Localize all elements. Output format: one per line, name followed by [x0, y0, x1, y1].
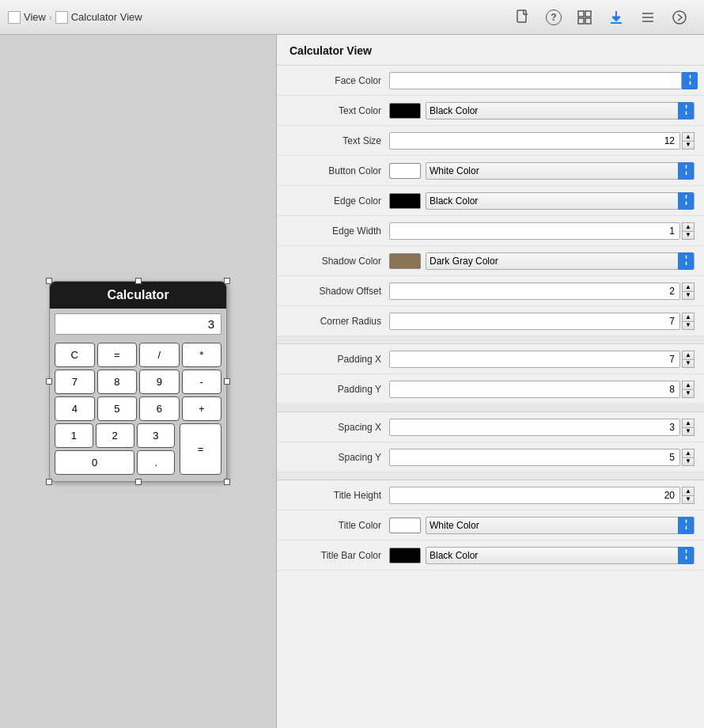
calc-btn-sub[interactable]: - — [182, 370, 222, 394]
handle-mid-right[interactable] — [224, 378, 230, 385]
corner-radius-input[interactable]: 7 — [389, 313, 680, 330]
calc-btn-5[interactable]: 5 — [97, 396, 138, 421]
shadow-color-dropdown[interactable]: Dark Gray Color — [426, 252, 695, 270]
handle-top-right[interactable] — [224, 278, 230, 284]
title-height-down[interactable]: ▼ — [682, 495, 695, 504]
corner-radius-up[interactable]: ▲ — [682, 313, 695, 321]
title-height-input[interactable]: 20 — [389, 487, 680, 504]
edge-color-value: Black Color — [430, 195, 678, 207]
edge-width-down[interactable]: ▼ — [682, 231, 695, 240]
text-color-dropdown[interactable]: Black Color — [426, 102, 695, 119]
edge-width-input[interactable]: 1 — [389, 222, 680, 240]
calc-btn-eq1[interactable]: = — [97, 343, 138, 367]
button-color-dropdown-btn[interactable] — [678, 162, 694, 180]
help-icon[interactable]: ? — [546, 9, 562, 25]
breadcrumb-separator: › — [49, 13, 52, 22]
title-bar-color-dropdown[interactable]: Black Color — [426, 547, 695, 564]
calc-btn-add[interactable]: + — [182, 396, 222, 421]
edge-color-dropdown[interactable]: Black Color — [426, 192, 695, 210]
face-color-label: Face Color — [286, 75, 389, 86]
spacing-y-down[interactable]: ▼ — [682, 457, 695, 466]
corner-radius-down[interactable]: ▼ — [682, 321, 695, 330]
handle-top-mid[interactable] — [135, 278, 142, 284]
title-color-dropdown[interactable]: White Color — [426, 517, 695, 534]
edge-color-row: Edge Color Black Color — [277, 186, 704, 216]
calc-btn-1[interactable]: 1 — [55, 423, 93, 448]
view-icon — [8, 11, 21, 24]
svg-point-12 — [673, 11, 686, 24]
calc-btn-eq2[interactable]: = — [180, 423, 221, 475]
edge-color-swatch[interactable] — [389, 193, 421, 209]
padding-x-input[interactable]: 7 — [389, 351, 680, 368]
text-color-swatch[interactable] — [389, 103, 421, 119]
title-height-row: Title Height 20 ▲ ▼ — [277, 480, 704, 510]
calc-btn-dot[interactable]: . — [137, 450, 175, 475]
separator-1 — [277, 336, 704, 344]
title-color-swatch[interactable] — [389, 518, 421, 533]
text-color-dropdown-btn[interactable] — [678, 102, 694, 119]
calc-btn-7[interactable]: 7 — [55, 370, 95, 394]
calc-row-2: 7 8 9 - — [55, 370, 221, 394]
button-color-dropdown[interactable]: White Color — [426, 162, 695, 180]
calc-btn-div[interactable]: / — [139, 343, 180, 367]
text-size-input[interactable]: 12 — [389, 132, 680, 150]
handle-bottom-left[interactable] — [46, 479, 52, 485]
calc-btn-2[interactable]: 2 — [96, 423, 134, 448]
calc-row-4a: 1 2 3 — [55, 423, 175, 448]
padding-x-up[interactable]: ▲ — [682, 351, 695, 359]
calc-btn-9[interactable]: 9 — [139, 370, 180, 394]
spacing-x-down[interactable]: ▼ — [682, 427, 695, 436]
list-icon[interactable] — [639, 9, 657, 26]
calc-btn-6[interactable]: 6 — [139, 396, 180, 421]
calc-btn-3[interactable]: 3 — [137, 423, 176, 448]
handle-bottom-mid[interactable] — [135, 479, 142, 485]
calc-btn-8[interactable]: 8 — [97, 370, 138, 394]
button-color-swatch[interactable] — [389, 163, 421, 179]
padding-y-label: Padding Y — [286, 384, 389, 395]
shadow-offset-input[interactable]: 2 — [389, 282, 680, 300]
handle-top-left[interactable] — [46, 278, 52, 284]
breadcrumb-view-label: View — [24, 11, 46, 23]
title-color-dropdown-btn[interactable] — [678, 517, 694, 534]
calc-btn-0[interactable]: 0 — [55, 450, 134, 475]
properties-panel: Calculator View Face Color Text Color Bl… — [277, 35, 704, 728]
calc-row-1: C = / * — [55, 343, 221, 367]
edge-color-dropdown-btn[interactable] — [678, 192, 694, 210]
padding-y-down[interactable]: ▼ — [682, 389, 695, 398]
text-size-down[interactable]: ▼ — [682, 141, 695, 150]
download-icon[interactable] — [607, 9, 625, 26]
title-height-up[interactable]: ▲ — [682, 487, 695, 495]
breadcrumb: View › Calculator View — [8, 11, 514, 24]
calc-btn-4[interactable]: 4 — [55, 396, 95, 421]
breadcrumb-calculator-view[interactable]: Calculator View — [55, 11, 142, 24]
padding-y-up[interactable]: ▲ — [682, 381, 695, 389]
title-bar-color-control: Black Color — [389, 547, 695, 564]
grid-icon[interactable] — [576, 9, 593, 26]
spacing-x-input[interactable]: 3 — [389, 419, 680, 436]
shadow-offset-up[interactable]: ▲ — [682, 282, 695, 291]
handle-mid-left[interactable] — [46, 378, 52, 385]
breadcrumb-view[interactable]: View — [8, 11, 46, 24]
calc-btn-c[interactable]: C — [55, 343, 95, 367]
title-bar-color-swatch[interactable] — [389, 548, 421, 563]
toolbar: View › Calculator View ? — [0, 0, 704, 35]
face-color-dropdown-btn[interactable] — [682, 72, 698, 89]
edge-width-up[interactable]: ▲ — [682, 222, 695, 231]
padding-y-input[interactable]: 8 — [389, 381, 680, 398]
text-size-up[interactable]: ▲ — [682, 132, 695, 141]
shadow-color-swatch[interactable] — [389, 253, 421, 269]
handle-bottom-right[interactable] — [224, 479, 230, 485]
spacing-x-up[interactable]: ▲ — [682, 419, 695, 427]
shadow-offset-down[interactable]: ▼ — [682, 291, 695, 300]
calc-btn-mul[interactable]: * — [182, 343, 222, 367]
arrow-right-icon[interactable] — [671, 9, 688, 26]
shadow-color-dropdown-btn[interactable] — [678, 252, 694, 270]
padding-x-down[interactable]: ▼ — [682, 359, 695, 368]
title-bar-color-dropdown-btn[interactable] — [678, 547, 694, 564]
spacing-y-up[interactable]: ▲ — [682, 449, 695, 457]
shadow-offset-stepper: ▲ ▼ — [682, 282, 695, 300]
title-color-value: White Color — [430, 520, 678, 531]
face-color-input[interactable] — [389, 72, 682, 89]
spacing-y-input[interactable]: 5 — [389, 449, 680, 466]
file-icon[interactable] — [514, 9, 532, 26]
